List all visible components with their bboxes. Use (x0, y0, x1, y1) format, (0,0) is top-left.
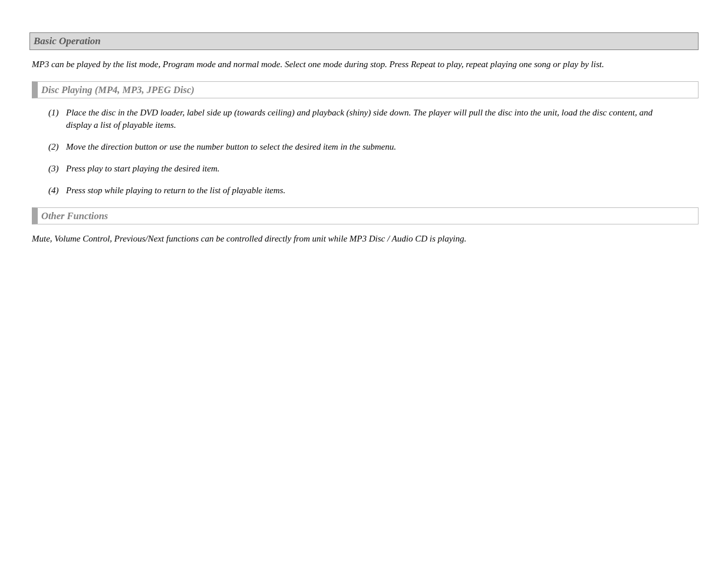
heading-basic-operation: Basic Operation (29, 32, 699, 50)
list-item: (3) Press play to start playing the desi… (48, 163, 696, 175)
list-number: (3) (48, 163, 66, 175)
list-text: Press stop while playing to return to th… (66, 184, 696, 197)
other-functions-paragraph: Mute, Volume Control, Previous/Next func… (29, 233, 699, 245)
list-text: Place the disc in the DVD loader, label … (66, 107, 696, 131)
list-item: (4) Press stop while playing to return t… (48, 184, 696, 197)
steps-list: (1) Place the disc in the DVD loader, la… (29, 107, 699, 197)
list-number: (4) (48, 184, 66, 197)
list-text: Move the direction button or use the num… (66, 141, 696, 153)
list-number: (2) (48, 141, 66, 153)
list-number: (1) (48, 107, 66, 131)
heading-other-functions: Other Functions (32, 207, 699, 224)
intro-paragraph: MP3 can be played by the list mode, Prog… (29, 58, 699, 71)
heading-disc-playing: Disc Playing (MP4, MP3, JPEG Disc) (32, 81, 699, 98)
list-item: (1) Place the disc in the DVD loader, la… (48, 107, 696, 131)
list-text: Press play to start playing the desired … (66, 163, 696, 175)
list-item: (2) Move the direction button or use the… (48, 141, 696, 153)
